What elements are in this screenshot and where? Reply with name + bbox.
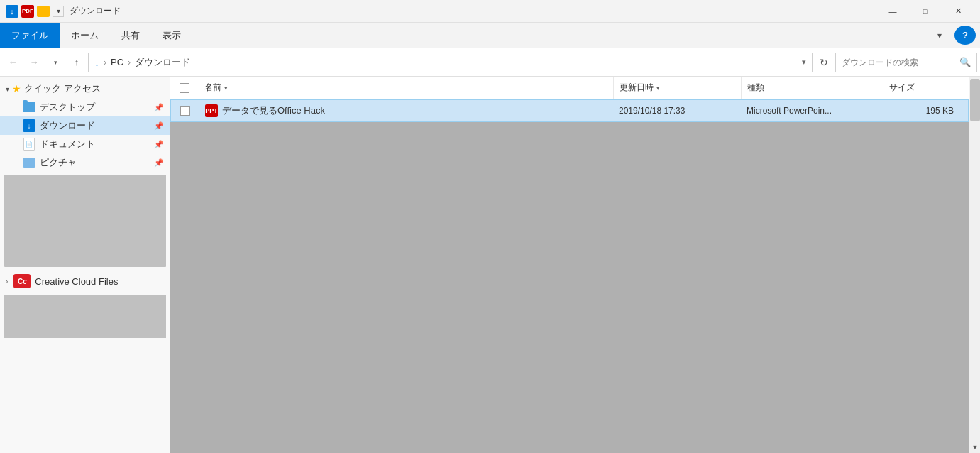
file-row-check[interactable] [171,106,199,116]
documents-folder-icon: 📄 [23,138,35,150]
quick-access-chevron-icon: ▾ [6,85,9,93]
date-sort-icon: ▾ [656,84,660,92]
desktop-folder-icon [23,102,35,113]
back-button[interactable]: ← [3,53,23,72]
minimize-button[interactable]: — [876,0,909,23]
up-button[interactable]: ↑ [67,53,87,72]
file-list-header: 名前 ▾ 更新日時 ▾ 種類 サイズ [170,77,969,99]
file-area: 名前 ▾ 更新日時 ▾ 種類 サイズ PPT データで見る [170,77,969,453]
file-name-text: データで見るOffice Hack [222,104,325,117]
quick-access-label: クイック アクセス [24,82,101,95]
sidebar-item-creative-cloud[interactable]: › Cc Creative Cloud Files [0,270,170,293]
header-name-label: 名前 [204,82,221,94]
empty-file-area [170,122,969,453]
path-pc[interactable]: PC [111,57,123,67]
address-bar: ← → ▾ ↑ ↓ › PC › ダウンロード ▾ ↻ 🔍 [0,48,980,77]
scrollbar-thumb[interactable] [970,79,980,121]
sidebar-downloads-label: ダウンロード [40,119,95,132]
tab-share[interactable]: 共有 [110,23,151,48]
header-check-col [170,83,199,93]
title-dropdown-icon[interactable]: ▾ [53,6,64,17]
ribbon-collapse-chevron[interactable]: ▾ [929,23,950,48]
tab-file[interactable]: ファイル [0,23,60,48]
header-date-label: 更新日時 [620,82,654,94]
pictures-pin-icon: 📌 [154,158,164,168]
desktop-pin-icon: 📌 [154,103,164,112]
header-type-col[interactable]: 種類 [742,77,883,99]
file-row-size: 195 KB [883,106,968,116]
download-title-icon: ↓ [6,5,18,18]
sidebar-item-pictures[interactable]: ピクチャ 📌 [0,153,170,172]
path-expand-chevron[interactable]: ▾ [802,58,806,67]
history-dropdown-button[interactable]: ▾ [45,53,65,72]
title-bar-icons: ↓ PDF ▾ [6,5,64,18]
quick-access-star-icon: ★ [12,83,21,94]
close-button[interactable]: ✕ [942,0,974,23]
ribbon: ファイル ホーム 共有 表示 ▾ ? [0,23,980,48]
downloads-pin-icon: 📌 [154,121,164,131]
download-folder-icon: ↓ [23,120,35,131]
creative-cloud-icon: Cc [13,274,31,288]
ppt-file-icon: PPT [205,104,218,117]
cc-expand-chevron-icon: › [6,278,8,285]
pdf-title-icon: PDF [21,5,34,18]
pictures-folder-icon [23,157,35,168]
search-box[interactable]: 🔍 [835,53,977,72]
sidebar-desktop-label: デスクトップ [40,101,95,114]
tab-view[interactable]: 表示 [151,23,192,48]
maximize-button[interactable]: □ [909,0,942,23]
file-row-date: 2019/10/18 17:33 [613,106,741,116]
path-separator-2: › [128,58,131,67]
header-date-col[interactable]: 更新日時 ▾ [614,77,742,99]
folder-title-icon [37,6,50,17]
reload-button[interactable]: ↻ [814,53,834,72]
file-checkbox[interactable] [180,106,190,116]
search-icon: 🔍 [959,57,971,67]
address-path[interactable]: ↓ › PC › ダウンロード ▾ [88,53,813,72]
sidebar: ▾ ★ クイック アクセス デスクトップ 📌 ↓ ダウンロード 📌 📄 ドキュメ [0,77,170,453]
sidebar-thumbnail-2 [4,295,166,338]
table-row[interactable]: PPT データで見るOffice Hack 2019/10/18 17:33 M… [170,99,969,122]
window-controls: — □ ✕ [876,0,974,23]
sidebar-section-quick-access[interactable]: ▾ ★ クイック アクセス [0,80,170,98]
select-all-checkbox[interactable] [180,83,189,93]
main-layout: ▾ ★ クイック アクセス デスクトップ 📌 ↓ ダウンロード 📌 📄 ドキュメ [0,77,980,453]
sidebar-item-downloads[interactable]: ↓ ダウンロード 📌 [0,116,170,135]
header-size-col[interactable]: サイズ [883,77,969,99]
sidebar-item-desktop[interactable]: デスクトップ 📌 [0,98,170,116]
scrollbar-down-button[interactable]: ▼ [969,442,980,453]
file-row-type: Microsoft PowerPoin... [741,106,883,116]
help-button[interactable]: ? [954,26,976,45]
sidebar-documents-label: ドキュメント [40,138,95,151]
scrollbar-track: ▲ ▼ [969,77,980,453]
window-title: ダウンロード [70,5,876,17]
header-type-label: 種類 [747,82,764,94]
sidebar-pictures-label: ピクチャ [40,156,77,169]
tab-home[interactable]: ホーム [60,23,110,48]
path-downloads[interactable]: ダウンロード [135,56,190,69]
path-folder-icon: ↓ [94,57,99,68]
forward-button[interactable]: → [24,53,44,72]
path-separator-1: › [104,58,106,67]
documents-pin-icon: 📌 [154,140,164,149]
creative-cloud-label: Creative Cloud Files [35,276,118,287]
header-size-label: サイズ [889,82,915,94]
header-name-col[interactable]: 名前 ▾ [199,77,614,99]
sidebar-item-documents[interactable]: 📄 ドキュメント 📌 [0,135,170,153]
name-sort-icon: ▾ [224,84,228,92]
sidebar-thumbnail-1 [4,175,166,267]
file-row-name: PPT データで見るOffice Hack [199,104,613,117]
search-input[interactable] [842,58,957,67]
title-bar: ↓ PDF ▾ ダウンロード — □ ✕ [0,0,980,23]
